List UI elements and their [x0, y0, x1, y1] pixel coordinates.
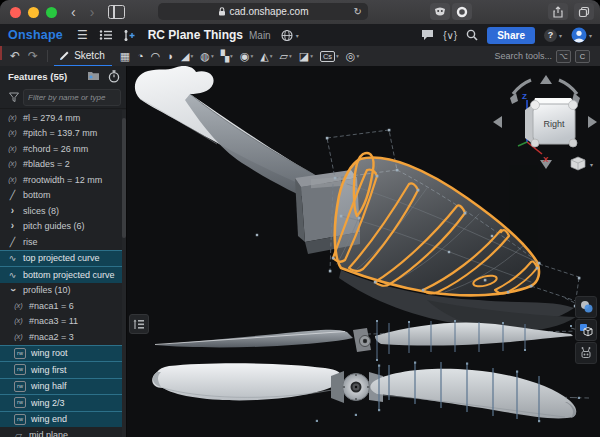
feature-row[interactable]: rw wing half	[0, 378, 122, 395]
feature-type-icon: ›	[8, 284, 18, 297]
display-cube-icon[interactable]	[575, 319, 597, 341]
feature-row[interactable]: (x) #rootwidth = 12 mm	[0, 172, 122, 188]
onshape-logo[interactable]: Onshape	[8, 28, 63, 42]
tool-button[interactable]: ◗ ▾	[167, 51, 174, 62]
toolbar-divider	[47, 50, 48, 62]
view-cube[interactable]: Z X Right ▾	[489, 68, 600, 178]
help-caret-icon[interactable]: ▾	[559, 32, 562, 39]
tool-button[interactable]: Cs ▾	[320, 51, 339, 62]
feature-row[interactable]: (x) #naca3 = 11	[0, 314, 122, 330]
tool-button[interactable]: ▚ ▾	[221, 51, 233, 62]
feature-label: mid plane	[29, 430, 68, 437]
close-window-button[interactable]	[10, 7, 21, 18]
featurescript-notices-icon[interactable]: {∨}	[443, 30, 457, 41]
propeller-plan-view[interactable]	[152, 362, 580, 423]
traffic-lights	[10, 7, 57, 18]
collapse-feature-tree-button[interactable]	[129, 314, 149, 334]
tabs-overview-icon[interactable]	[574, 3, 594, 20]
feature-row[interactable]: rw wing 2/3	[0, 394, 122, 411]
feature-row[interactable]: rw wing end	[0, 411, 122, 428]
workspace-name[interactable]: Main	[249, 30, 271, 41]
feature-label: #l = 279.4 mm	[23, 113, 80, 123]
feature-row[interactable]: (x) #l = 279.4 mm	[0, 110, 122, 126]
feature-toolbar: ↶ ↷ Sketch ▦ ▾ ◔ ▾ ◠ ▾ ◗	[0, 46, 600, 67]
address-bar[interactable]: cad.onshape.com ↻	[158, 3, 368, 20]
tool-button[interactable]: ◉ ▾	[240, 51, 253, 62]
document-title[interactable]: RC Plane Things	[148, 28, 243, 42]
appearance-icon[interactable]	[575, 296, 597, 318]
rollback-timer-icon[interactable]	[108, 70, 120, 83]
feature-type-icon: ∿	[6, 253, 19, 263]
svg-text:X: X	[543, 155, 549, 164]
zoom-window-button[interactable]	[46, 7, 57, 18]
share-button[interactable]: Share	[487, 27, 535, 44]
feature-row[interactable]: (x) #naca1 = 6	[0, 298, 122, 314]
feature-row[interactable]: ∿ bottom projected curve	[0, 266, 122, 283]
new-folder-icon[interactable]	[87, 70, 100, 81]
feature-type-icon: ›	[6, 221, 19, 231]
extension-mask-icon[interactable]	[430, 3, 450, 20]
tool-button[interactable]: ◍ ▾	[200, 51, 213, 62]
browser-forward-button[interactable]: ›	[90, 7, 95, 17]
tool-button[interactable]: ◔ ▾	[137, 51, 144, 62]
comment-icon[interactable]	[421, 29, 434, 41]
search-tools[interactable]: Search tools... ⌥ C	[494, 50, 590, 63]
search-icon[interactable]	[466, 29, 478, 41]
extension-o-icon[interactable]	[452, 3, 472, 20]
tool-button[interactable]: ▱ ▾	[279, 51, 291, 62]
feature-row[interactable]: ▱ mid plane	[0, 427, 122, 437]
tool-button[interactable]: ▦ ▾	[120, 51, 130, 62]
feature-label: #pitch = 139.7 mm	[23, 128, 97, 138]
tool-button[interactable]: ◢ ▾	[181, 51, 193, 62]
redo-button[interactable]: ↷	[28, 49, 38, 63]
tool-button[interactable]: ◎ ▾	[346, 51, 359, 62]
sketch-button[interactable]: Sketch	[54, 46, 112, 67]
filter-row	[0, 86, 126, 109]
view-cube-body[interactable]: Right	[525, 98, 578, 147]
user-avatar[interactable]	[571, 27, 587, 43]
robot-icon[interactable]	[575, 342, 597, 364]
isometric-view-icon[interactable]	[571, 157, 585, 170]
feature-label: slices (8)	[23, 206, 59, 216]
share-page-icon[interactable]	[548, 3, 568, 20]
feature-label: wing end	[31, 414, 67, 424]
propeller-edge-view[interactable]	[155, 320, 590, 361]
feature-label: #blades = 2	[23, 159, 70, 169]
feature-row[interactable]: › slices (8)	[0, 203, 122, 219]
feature-row[interactable]: ∿ top projected curve	[0, 250, 122, 267]
sidebar-toggle-button[interactable]	[108, 5, 125, 19]
tool-button[interactable]: ◭ ▾	[260, 51, 272, 62]
branch-plus-icon[interactable]	[122, 29, 136, 42]
reload-icon[interactable]: ↻	[354, 6, 362, 17]
feature-row[interactable]: rw wing first	[0, 361, 122, 378]
history-list-icon[interactable]	[99, 29, 113, 41]
feature-label: wing 2/3	[31, 398, 65, 408]
browser-back-button[interactable]: ‹	[71, 7, 76, 17]
feature-row[interactable]: (x) #chord = 26 mm	[0, 141, 122, 157]
undo-button[interactable]: ↶	[10, 49, 20, 63]
main-menu-icon[interactable]: ☰	[77, 28, 88, 42]
graphics-viewport[interactable]: Z X Right ▾	[127, 66, 600, 437]
feature-row[interactable]: (x) #naca2 = 3	[0, 329, 122, 345]
filter-input[interactable]	[23, 89, 121, 106]
panel-scrollbar[interactable]	[122, 110, 126, 437]
user-menu-caret-icon[interactable]: ▾	[589, 32, 592, 39]
tool-button[interactable]: ◪ ▾	[299, 51, 313, 62]
feature-label: profiles (10)	[23, 285, 71, 295]
feature-label: pitch guides (6)	[23, 221, 85, 231]
feature-row[interactable]: ╱ bottom	[0, 188, 122, 204]
globe-icon[interactable]	[281, 29, 294, 42]
feature-type-icon: (x)	[6, 175, 19, 185]
tool-button[interactable]: ◠ ▾	[151, 51, 161, 62]
feature-row[interactable]: rw wing root	[0, 345, 122, 362]
minimize-window-button[interactable]	[28, 7, 39, 18]
help-button[interactable]: ?	[544, 29, 557, 42]
view-menu-caret-icon[interactable]: ▾	[590, 162, 593, 168]
feature-row[interactable]: (x) #blades = 2	[0, 157, 122, 173]
share-settings-caret-icon[interactable]: ▾	[296, 32, 299, 39]
feature-row[interactable]: (x) #pitch = 139.7 mm	[0, 126, 122, 142]
feature-label: wing half	[31, 381, 67, 391]
feature-row[interactable]: › pitch guides (6)	[0, 219, 122, 235]
feature-row[interactable]: › profiles (10)	[0, 283, 122, 299]
feature-row[interactable]: ╱ rise	[0, 234, 122, 250]
